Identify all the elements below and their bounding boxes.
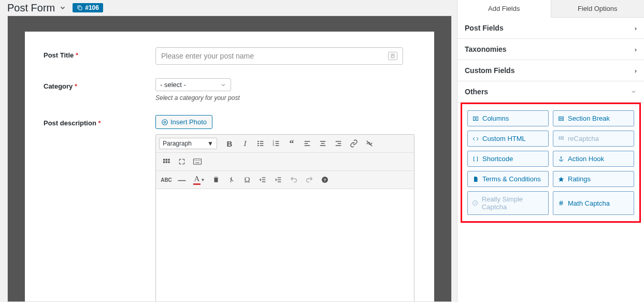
section-label: Post Fields <box>465 24 504 32</box>
chip-label: reCaptcha <box>568 135 599 142</box>
category-select[interactable]: - select - <box>155 78 231 91</box>
paste-button[interactable] <box>209 173 223 186</box>
fullscreen-button[interactable] <box>175 155 189 168</box>
field-chip-columns[interactable]: Columns <box>467 110 549 126</box>
align-left-button[interactable] <box>300 137 314 150</box>
help-button[interactable]: ? <box>318 173 332 186</box>
category-help: Select a category for your post <box>155 94 416 102</box>
page-title: Post Form <box>7 2 55 14</box>
field-category: Category * - select - Select a category … <box>44 78 416 102</box>
section-post-fields[interactable]: Post Fields › <box>457 18 644 39</box>
field-description: Post description * Insert Photo Paragrap… <box>44 115 416 302</box>
selected-text: - select - <box>160 81 186 89</box>
post-title-label: Post Title <box>44 51 74 59</box>
field-chip-math-captcha[interactable]: Math Captcha <box>553 191 634 215</box>
chip-label: Math Captcha <box>568 199 610 207</box>
required-asterisk: * <box>75 82 77 90</box>
category-label: Category <box>44 82 73 90</box>
link-button[interactable] <box>347 137 361 150</box>
tab-add-fields[interactable]: Add Fields <box>457 0 551 18</box>
field-chip-terms-conditions[interactable]: Terms & Conditions <box>467 171 549 187</box>
section-others[interactable]: Others <box>457 81 644 103</box>
field-chip-ratings[interactable]: Ratings <box>553 171 634 187</box>
chevron-right-icon: › <box>635 24 637 32</box>
shortcode-icon <box>472 156 479 162</box>
chevron-down-icon <box>631 89 637 95</box>
svg-rect-58 <box>561 138 562 140</box>
editor-toolbar-row1: Paragraph ▼ B I 123 “ <box>156 135 414 153</box>
chip-label: Columns <box>482 114 509 122</box>
grid-icon <box>557 136 565 142</box>
align-center-button[interactable] <box>316 137 330 150</box>
shortcode-number: #106 <box>85 4 99 11</box>
svg-rect-57 <box>559 138 561 140</box>
toolbar-toggle-button[interactable] <box>159 155 174 168</box>
star-icon <box>557 176 565 182</box>
field-post-title: Post Title * Please enter your post name <box>44 47 416 65</box>
unlink-button[interactable] <box>362 137 377 150</box>
tab-field-options[interactable]: Field Options <box>551 0 645 18</box>
post-title-input[interactable]: Please enter your post name <box>155 47 403 65</box>
format-value: Paragraph <box>163 140 192 147</box>
svg-rect-50 <box>474 117 476 120</box>
check-icon <box>472 200 479 206</box>
svg-point-10 <box>258 145 259 146</box>
svg-point-4 <box>162 119 168 125</box>
number-list-button[interactable]: 123 <box>269 137 283 150</box>
svg-rect-55 <box>561 136 562 138</box>
field-chip-shortcode[interactable]: Shortcode <box>467 151 549 167</box>
undo-button[interactable] <box>287 173 301 186</box>
clearformat-button[interactable] <box>224 173 239 186</box>
chevron-right-icon: › <box>635 46 637 53</box>
italic-button[interactable]: I <box>238 137 252 150</box>
section-custom-fields[interactable]: Custom Fields › <box>457 60 644 81</box>
field-chip-custom-html[interactable]: Custom HTML <box>467 131 549 147</box>
svg-rect-28 <box>163 159 165 161</box>
align-right-button[interactable] <box>331 137 346 150</box>
keyboard-button[interactable] <box>190 155 205 168</box>
svg-rect-52 <box>559 117 564 118</box>
sidebar: Add Fields Field Options Post Fields › T… <box>457 0 644 302</box>
chip-label: Action Hook <box>568 155 604 163</box>
svg-rect-30 <box>168 159 169 161</box>
section-label: Custom Fields <box>465 66 514 75</box>
svg-marker-62 <box>559 177 564 182</box>
doc-icon <box>472 176 479 182</box>
redo-button[interactable] <box>302 173 317 186</box>
format-select[interactable]: Paragraph ▼ <box>159 138 217 149</box>
section-taxonomies[interactable]: Taxonomies › <box>457 39 644 60</box>
hr-button[interactable]: — <box>175 173 189 186</box>
chip-label: Terms & Conditions <box>482 175 541 183</box>
chip-label: Section Break <box>568 114 610 122</box>
outdent-button[interactable] <box>255 173 270 186</box>
strike-button[interactable]: ABC <box>159 173 174 186</box>
svg-rect-33 <box>168 161 169 163</box>
insert-photo-button[interactable]: Insert Photo <box>155 115 212 129</box>
placeholder-text: Please enter your post name <box>161 52 254 60</box>
textcolor-button[interactable]: A ▼ <box>190 173 208 186</box>
input-icon <box>388 52 397 60</box>
richtext-editor: Paragraph ▼ B I 123 “ <box>155 134 414 302</box>
field-chip-section-break[interactable]: Section Break <box>553 110 634 126</box>
blockquote-button[interactable]: “ <box>284 137 299 150</box>
svg-rect-32 <box>166 161 167 163</box>
shortcode-badge[interactable]: #106 <box>73 3 103 12</box>
section-icon <box>557 116 565 122</box>
svg-point-5 <box>164 121 166 123</box>
svg-rect-59 <box>563 138 564 140</box>
specialchar-button[interactable]: Ω <box>240 173 254 186</box>
required-asterisk: * <box>76 51 78 59</box>
form-canvas: Post Title * Please enter your post name <box>25 32 434 302</box>
svg-line-67 <box>562 201 562 206</box>
indent-button[interactable] <box>271 173 285 186</box>
svg-rect-0 <box>79 7 82 10</box>
section-label: Others <box>465 88 488 96</box>
svg-rect-51 <box>476 117 478 120</box>
bold-button[interactable]: B <box>222 137 237 150</box>
chevron-down-icon[interactable] <box>59 4 66 11</box>
insert-photo-label: Insert Photo <box>170 118 207 126</box>
field-chip-action-hook[interactable]: Action Hook <box>553 151 634 167</box>
bullet-list-button[interactable] <box>253 137 268 150</box>
editor-body[interactable] <box>156 189 414 302</box>
chip-label: Custom HTML <box>482 135 526 142</box>
